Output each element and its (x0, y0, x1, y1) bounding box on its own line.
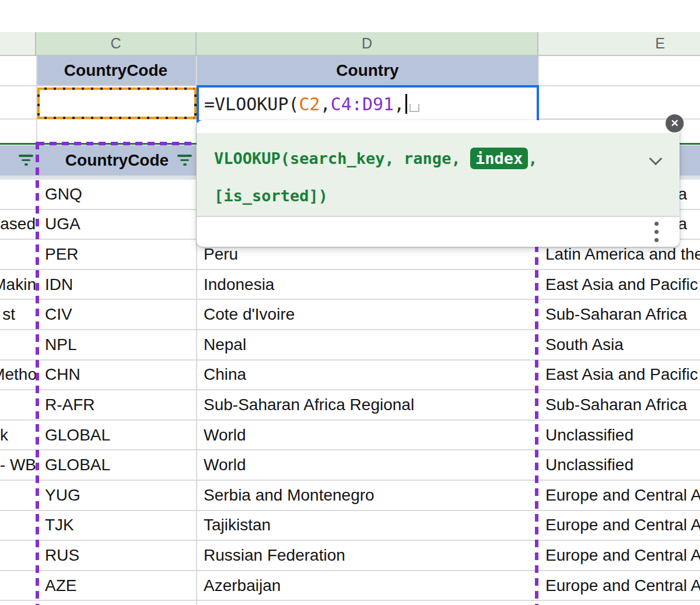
b-cell[interactable] (0, 571, 37, 600)
region-cell[interactable]: Europe and Central Asia (538, 601, 700, 605)
country-cell[interactable]: Nepal (197, 330, 538, 359)
close-icon[interactable]: ✕ (666, 114, 684, 132)
region-cell[interactable]: South Asia (538, 330, 700, 359)
column-letter: C (110, 35, 121, 52)
country-code-cell[interactable] (37, 601, 197, 605)
region-cell[interactable]: Unclassified (538, 450, 700, 480)
table-row: Russian FederationEurope and Central Asi… (0, 601, 700, 605)
b-cell[interactable]: st (0, 300, 37, 329)
region-cell[interactable]: Europe and Central Asia (538, 541, 700, 570)
top-table-header-row: CountryCode Country (0, 56, 700, 86)
table-row: kGLOBALWorldUnclassified (0, 421, 700, 451)
country-cell[interactable]: Sub-Saharan Africa Regional (197, 390, 538, 419)
table-row: NPLNepalSouth Asia (0, 330, 700, 361)
table-row: YUGSerbia and MontenegroEurope and Centr… (0, 481, 700, 511)
region-cell[interactable]: Europe and Central Asia (538, 511, 700, 540)
table-row: MethoCHNChinaEast Asia and Pacific (0, 361, 700, 391)
country-cell[interactable]: Tajikistan (197, 511, 538, 540)
region-cell[interactable]: Unclassified (538, 421, 700, 450)
cell-e1[interactable] (538, 56, 700, 85)
country-code-cell[interactable]: GLOBAL (37, 421, 197, 450)
b-cell[interactable]: Makin (0, 270, 37, 299)
cell-b1[interactable] (0, 56, 36, 85)
country-cell[interactable]: China (197, 361, 538, 390)
country-cell[interactable]: Indonesia (197, 270, 538, 299)
column-letter: E (655, 35, 665, 52)
country-code-cell[interactable]: PER (37, 240, 197, 269)
kebab-menu-icon[interactable] (654, 222, 659, 242)
country-code-cell[interactable]: R-AFR (37, 390, 197, 419)
country-cell[interactable]: World (197, 450, 538, 480)
country-code-cell[interactable]: GLOBAL (37, 450, 197, 480)
active-parameter-pill: index (470, 148, 528, 169)
b-cell[interactable] (0, 240, 37, 269)
country-cell[interactable]: Cote d'Ivoire (197, 300, 538, 329)
formula-text: =VLOOKUP( (204, 94, 299, 114)
formula-signature-line1: VLOOKUP(search_key, range, index, (214, 148, 537, 169)
country-code-cell[interactable]: AZE (37, 571, 197, 600)
cell-c1-countrycode-header[interactable]: CountryCode (36, 56, 197, 85)
formula-signature-line2: [is_sorted]) (214, 187, 328, 205)
chevron-down-icon[interactable] (651, 154, 661, 164)
filter-icon[interactable] (19, 155, 33, 166)
table-row: RUSRussian FederationEurope and Central … (0, 541, 700, 571)
referenced-cell-highlight-c2[interactable] (37, 88, 197, 119)
country-cell[interactable]: World (197, 421, 538, 450)
b-cell[interactable] (0, 330, 37, 359)
country-code-cell[interactable]: IDN (37, 270, 197, 299)
b-cell[interactable] (0, 541, 37, 570)
table-row: MakinIDNIndonesiaEast Asia and Pacific (0, 270, 700, 300)
table-row: stCIVCote d'IvoireSub-Saharan Africa (0, 300, 700, 330)
spreadsheet-canvas: C D E CountryCode Country CountryCode GN… (0, 0, 700, 605)
country-cell[interactable]: Serbia and Montenegro (197, 481, 538, 510)
region-cell[interactable]: Europe and Central Asia (538, 571, 700, 600)
b-cell[interactable] (0, 390, 37, 419)
data-table-header-label: CountryCode (65, 151, 169, 170)
filter-icon[interactable] (177, 155, 192, 166)
b-cell[interactable]: Metho (0, 361, 37, 390)
country-code-cell[interactable]: CIV (37, 300, 197, 329)
country-code-cell[interactable]: UGA (37, 210, 197, 239)
formula-range-border-left (36, 142, 39, 605)
country-cell[interactable]: Russian Federation (197, 541, 538, 570)
cell-c4-countrycode-header[interactable]: CountryCode (37, 145, 197, 175)
text-cursor (405, 94, 407, 114)
region-cell[interactable]: Europe and Central Asia (538, 481, 700, 510)
country-code-cell[interactable]: CHN (37, 361, 197, 390)
country-code-cell[interactable]: TJK (37, 511, 197, 540)
formula-edit-cell[interactable]: =VLOOKUP(C2,C4:D91, (197, 85, 539, 123)
column-header-c[interactable]: C (36, 32, 197, 55)
b-cell[interactable] (0, 481, 37, 510)
b-cell[interactable]: ased (0, 210, 37, 239)
table-row: - WBGLOBALWorldUnclassified (0, 450, 700, 481)
country-cell[interactable]: Russian Federation (197, 601, 538, 605)
table-row: AZEAzerbaijanEurope and Central Asia (0, 571, 700, 601)
region-cell[interactable]: Sub-Saharan Africa (538, 390, 700, 419)
b-cell[interactable]: - WB (0, 450, 37, 480)
formula-help-card: VLOOKUP(search_key, range, index, [is_so… (197, 120, 680, 247)
column-letter: D (362, 35, 372, 52)
cell-b4-header[interactable] (0, 145, 37, 175)
column-header-d[interactable]: D (197, 32, 538, 55)
formula-ref-range: C4:D91 (331, 94, 394, 114)
column-header-b[interactable] (0, 32, 36, 55)
table-row: TJKTajikistanEurope and Central Asia (0, 511, 700, 541)
country-code-cell[interactable]: YUG (37, 481, 197, 510)
b-cell[interactable] (0, 180, 37, 209)
column-header-strip: C D E (0, 32, 700, 56)
formula-ref-search-key: C2 (299, 94, 320, 114)
region-cell[interactable]: East Asia and Pacific (538, 361, 700, 390)
b-cell[interactable] (0, 601, 37, 605)
b-cell[interactable]: k (0, 421, 37, 450)
region-cell[interactable]: Sub-Saharan Africa (538, 300, 700, 329)
country-cell[interactable]: Azerbaijan (197, 571, 538, 600)
region-cell[interactable]: East Asia and Pacific (538, 270, 700, 299)
table-row: R-AFRSub-Saharan Africa RegionalSub-Saha… (0, 390, 700, 421)
column-header-e[interactable]: E (538, 32, 700, 55)
country-code-cell[interactable]: RUS (37, 541, 197, 570)
cell-d1-country-header[interactable]: Country (197, 56, 538, 85)
country-code-cell[interactable]: NPL (37, 330, 197, 359)
b-cell[interactable] (0, 511, 37, 540)
country-code-cell[interactable]: GNQ (37, 180, 197, 209)
argument-placeholder-box (410, 104, 419, 112)
